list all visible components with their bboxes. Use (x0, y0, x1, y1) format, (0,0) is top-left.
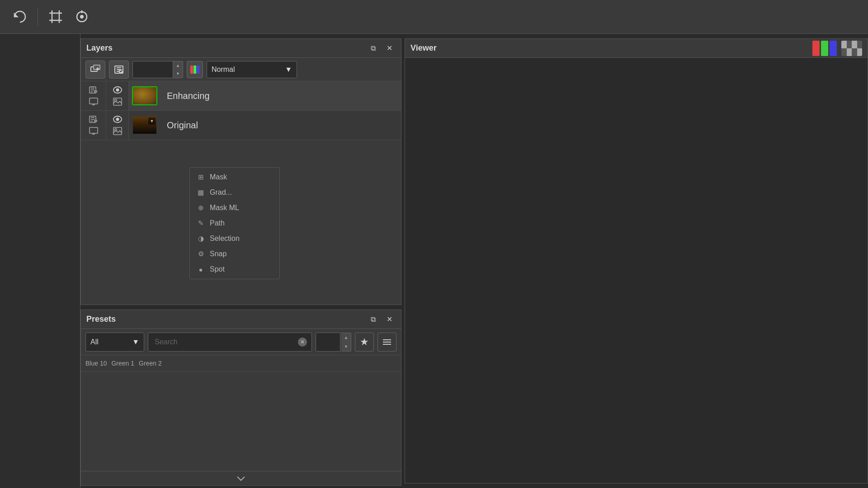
layer-image-icon[interactable] (109, 96, 126, 108)
presets-restore-button[interactable]: ⧉ (367, 313, 379, 326)
layer-thumbnail-original[interactable]: ▼ (132, 116, 157, 135)
presets-filter-dropdown[interactable]: All ▼ (85, 333, 144, 352)
presets-panel: Presets ⧉ ✕ All ▼ Search ✕ 100 ▲ ▼ ★ (80, 310, 401, 486)
svg-rect-30 (90, 98, 98, 104)
layers-panel-header-buttons: ⧉ ✕ (367, 42, 396, 55)
preset-item-green2[interactable]: Green 2 (139, 360, 162, 367)
viewer-header: Viewer (405, 39, 868, 58)
layer-thumb-image-original: ▼ (133, 117, 156, 134)
svg-rect-41 (94, 120, 97, 122)
add-layer-button[interactable] (85, 61, 105, 79)
ctx-menu-item-grad[interactable]: ▦ Grad... (190, 185, 279, 200)
layers-restore-button[interactable]: ⧉ (367, 42, 379, 55)
svg-rect-1 (52, 13, 59, 20)
color-channels (812, 41, 837, 56)
channel-button[interactable] (187, 61, 203, 78)
ctx-menu-item-path[interactable]: ✎ Path (190, 216, 279, 231)
ctx-menu-item-snap[interactable]: ⚙ Snap (190, 246, 279, 262)
ctx-menu-label-snap: Snap (210, 250, 226, 258)
spot-icon: ● (196, 266, 205, 273)
checker-button[interactable] (841, 41, 862, 56)
layers-close-button[interactable]: ✕ (383, 42, 396, 55)
layer-name-text-original: Original (167, 120, 198, 131)
layer-thumb-wrap-enhancing: ▼ (129, 81, 160, 110)
presets-filter-value: All (90, 338, 99, 346)
presets-panel-header: Presets ⧉ ✕ (81, 310, 401, 329)
presets-content: Blue 10 Green 1 Green 2 (81, 355, 401, 372)
presets-count-wrap: 100 ▲ ▼ (316, 333, 351, 352)
ctx-menu-label-selection: Selection (210, 235, 240, 243)
svg-marker-0 (14, 14, 17, 17)
presets-close-button[interactable]: ✕ (383, 313, 396, 326)
viewer-panel-title: Viewer (410, 43, 437, 53)
layer-row-original[interactable]: ▼ Original (81, 111, 401, 140)
top-toolbar (0, 0, 868, 34)
viewer-panel: Viewer (405, 38, 868, 483)
preset-item-green1[interactable]: Green 1 (111, 360, 134, 367)
layer-row-visibility-original (106, 111, 129, 140)
rotate-button[interactable] (71, 6, 93, 28)
checker-grid (841, 41, 862, 56)
ctx-menu-item-mask[interactable]: ⊞ Mask (190, 169, 279, 185)
presets-count-input[interactable]: 100 (316, 333, 340, 352)
ctx-menu-item-spot[interactable]: ● Spot (190, 262, 279, 277)
layer-name-original[interactable]: Original (160, 111, 401, 140)
viewer-header-right (812, 41, 862, 56)
refresh-button[interactable] (9, 6, 31, 28)
presets-controls: All ▼ Search ✕ 100 ▲ ▼ ★ (81, 329, 401, 355)
layer-visibility-toggle-enhancing[interactable] (109, 84, 126, 96)
presets-scroll-arrow[interactable] (81, 471, 401, 485)
svg-rect-22 (190, 66, 193, 74)
preset-item-blue10[interactable]: Blue 10 (85, 360, 107, 367)
red-channel-bar (812, 41, 820, 56)
layer-context-menu: ⊞ Mask ▦ Grad... ⊕ Mask ML ✎ Path ◑ Sele… (189, 167, 280, 279)
layer-row-visibility-enhancing (106, 81, 129, 110)
layer-monitor-icon-original[interactable] (85, 125, 102, 137)
ctx-menu-label-spot: Spot (210, 265, 225, 273)
thumb-dropdown-original[interactable]: ▼ (148, 117, 156, 125)
svg-rect-42 (90, 127, 98, 133)
crop-button[interactable] (45, 6, 66, 28)
toolbar-divider (38, 8, 38, 26)
presets-search-clear-button[interactable]: ✕ (298, 338, 307, 347)
thumb-dropdown-enhancing[interactable]: ▼ (148, 88, 156, 95)
blend-mode-dropdown[interactable]: Normal ▼ (207, 61, 297, 78)
layer-visibility-toggle-original[interactable] (109, 113, 126, 125)
layer-options-button[interactable] (109, 61, 129, 79)
blue-channel-bar (830, 41, 837, 56)
opacity-input[interactable]: 100,00 (132, 61, 173, 78)
blend-mode-value: Normal (212, 66, 235, 74)
ctx-menu-item-selection[interactable]: ◑ Selection (190, 231, 279, 246)
layer-thumbnail-enhancing[interactable]: ▼ (132, 86, 157, 105)
layer-row-enhancing[interactable]: ▼ Enhancing (81, 81, 401, 111)
presets-star-button[interactable]: ★ (355, 333, 374, 352)
ctx-menu-item-mask-ml[interactable]: ⊕ Mask ML (190, 200, 279, 216)
green-channel-bar (821, 41, 828, 56)
layer-image-icon-original[interactable] (109, 125, 126, 137)
layer-name-text-enhancing: Enhancing (167, 91, 210, 101)
presets-count-spinner[interactable]: ▲ ▼ (341, 333, 351, 352)
svg-rect-24 (197, 66, 199, 74)
svg-point-46 (116, 118, 119, 121)
presets-search-wrap: Search ✕ (148, 333, 312, 352)
layer-thumb-image-enhancing: ▼ (133, 87, 156, 104)
presets-panel-title: Presets (86, 314, 116, 324)
layer-settings-icon[interactable] (85, 84, 102, 96)
ctx-menu-label-mask-ml: Mask ML (210, 204, 239, 212)
svg-point-34 (116, 89, 119, 92)
opacity-spinner[interactable]: ▲ ▼ (173, 61, 183, 78)
left-sidebar (0, 0, 80, 488)
presets-menu-button[interactable] (377, 333, 396, 352)
presets-filter-chevron: ▼ (132, 338, 139, 346)
mask-icon: ⊞ (196, 173, 205, 181)
layer-name-enhancing[interactable]: Enhancing (160, 81, 401, 110)
svg-point-11 (80, 15, 84, 19)
presets-search-input[interactable] (153, 338, 295, 346)
layer-monitor-icon[interactable] (85, 96, 102, 108)
selection-icon: ◑ (196, 235, 205, 243)
svg-rect-23 (193, 66, 196, 74)
opacity-input-wrap: 100,00 ▲ ▼ (132, 61, 183, 78)
layer-settings-icon-original[interactable] (85, 113, 102, 125)
layer-list: ▼ Enhancing (81, 81, 401, 140)
grad-icon: ▦ (196, 188, 205, 197)
